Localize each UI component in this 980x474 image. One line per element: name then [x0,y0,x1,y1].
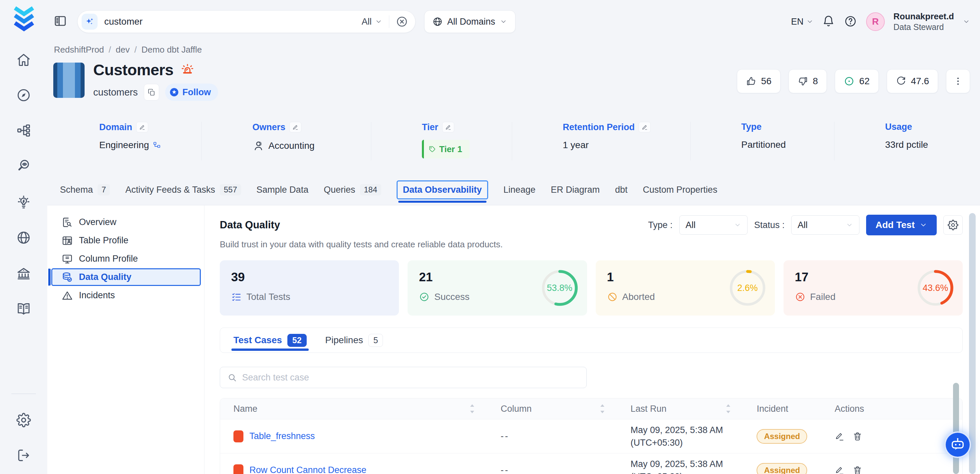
column-header-name[interactable]: Name [220,404,487,414]
upvote-button[interactable]: 56 [737,69,781,93]
follow-label: Follow [183,87,211,97]
topbar: All All Domains EN R Rounakpre [47,0,980,43]
observability-spyglass-icon[interactable] [16,158,32,174]
tier-badge[interactable]: Tier 1 [422,140,469,158]
subnav-item-column-profile[interactable]: Column Profile [51,250,201,268]
language-selector[interactable]: EN [791,17,813,27]
globe-icon [433,17,442,27]
downvote-button[interactable]: 8 [789,69,827,93]
add-test-button[interactable]: Add Test [866,215,937,235]
all-domains-button[interactable]: All Domains [424,10,515,33]
edit-test-icon[interactable] [834,431,845,441]
user-menu[interactable]: Rounakpreet.d Data Steward [893,11,954,32]
sort-icon[interactable] [469,404,475,414]
clear-search-icon[interactable] [396,16,408,28]
dq-settings-gear-icon[interactable] [943,215,963,235]
chatbot-button[interactable] [944,431,971,458]
table-header-row: Name Column Last Run Incident Actions [220,398,963,419]
last-run-value: May 09, 2025, 5:38 AM(UTC+05:30) [631,424,723,449]
test-case-search-input[interactable] [242,372,579,383]
app-screen: All All Domains EN R Rounakpre [0,0,980,474]
page-title: Customers [93,60,173,79]
edit-domain-icon[interactable] [136,122,148,132]
status-filter-select[interactable]: All [791,215,859,235]
test-name-link[interactable]: Row Count Cannot Decrease [250,465,366,474]
upvote-count: 56 [761,76,772,87]
edit-tier-icon[interactable] [442,122,454,132]
governance-bank-icon[interactable] [16,266,32,282]
logout-icon[interactable] [16,447,32,463]
search-input[interactable] [104,16,355,27]
failed-status-chip [234,464,243,474]
domain-value[interactable]: Engineering [99,140,149,151]
help-icon[interactable] [844,15,858,28]
breadcrumb-connection[interactable]: RedshiftProd [54,45,104,55]
more-actions-button[interactable] [946,69,970,93]
sort-icon[interactable] [600,404,605,414]
tab-schema[interactable]: Schema7 [60,184,110,196]
subnav-item-table-profile[interactable]: Table Profile [51,232,201,249]
user-avatar[interactable]: R [866,12,885,31]
freshness-button[interactable]: 47.6 [887,69,939,93]
column-header-last-run[interactable]: Last Run [617,404,744,414]
meta-label: Retention Period [563,122,635,132]
delete-test-icon[interactable] [853,465,862,474]
popularity-button[interactable]: 62 [835,69,878,93]
globe-icon[interactable] [16,230,32,246]
search-scope-dropdown[interactable]: All [362,17,382,27]
incident-status-badge[interactable]: Assigned [757,463,807,474]
meta-label: Domain [99,122,132,132]
lineage-icon[interactable] [16,122,32,138]
tab-activity-feeds[interactable]: Activity Feeds & Tasks557 [125,184,241,196]
failed-donut: 43.6% [917,269,954,307]
tab-lineage[interactable]: Lineage [503,185,535,195]
tab-sample-data[interactable]: Sample Data [256,185,309,195]
user-menu-chevron-icon[interactable] [963,18,970,25]
test-name-link[interactable]: Table_freshness [250,431,315,441]
tab-er-diagram[interactable]: ER Diagram [551,185,600,195]
insights-bulb-icon[interactable] [16,194,32,210]
tab-custom-properties[interactable]: Custom Properties [643,185,718,195]
incident-status-badge[interactable]: Assigned [757,429,807,444]
owners-value[interactable]: Accounting [268,140,315,151]
tab-dbt[interactable]: dbt [615,185,628,195]
subnav-item-data-quality[interactable]: Data Quality [51,268,201,286]
subnav-label: Incidents [79,290,115,301]
inner-scrollbar-thumb[interactable] [953,383,959,474]
home-icon[interactable] [16,52,32,68]
ai-sparkle-icon[interactable] [81,14,97,30]
column-header-column[interactable]: Column [487,404,617,414]
page-scrollbar-thumb[interactable] [969,213,976,474]
edit-test-icon[interactable] [834,465,845,474]
type-value: Partitioned [741,140,786,150]
discover-compass-icon[interactable] [16,87,32,103]
atlan-logo-icon[interactable] [12,6,36,33]
kebab-menu-icon [953,76,963,87]
global-search[interactable]: All [77,10,415,33]
delete-test-icon[interactable] [853,431,862,441]
breadcrumb-database[interactable]: dev [116,45,130,55]
sort-icon[interactable] [725,404,731,414]
announcement-alarm-icon[interactable] [180,62,195,77]
type-filter-select[interactable]: All [679,215,748,235]
breadcrumb-schema[interactable]: Demo dbt Jaffle [142,45,202,55]
sidebar-toggle-icon[interactable] [53,14,68,29]
tab-data-observability[interactable]: Data Observability [396,180,488,199]
subnav-item-incidents[interactable]: Incidents [51,286,201,304]
circle-dot-icon [844,76,854,87]
tab-pipelines[interactable]: Pipelines 5 [325,328,383,353]
glossary-book-icon[interactable] [16,301,32,317]
tab-test-cases[interactable]: Test Cases 52 [234,328,307,353]
tab-queries[interactable]: Queries184 [324,184,381,196]
settings-gear-icon[interactable] [16,412,32,428]
edit-owners-icon[interactable] [290,122,301,132]
copy-name-icon[interactable] [144,84,159,100]
subnav-item-overview[interactable]: Overview [51,213,201,231]
tab-badge: 184 [360,184,381,196]
edit-retention-icon[interactable] [639,122,651,132]
test-case-search[interactable] [220,367,587,388]
follow-button[interactable]: Follow [165,84,218,101]
warning-triangle-icon [62,290,73,301]
card-aborted: 1 Aborted 2.6% [596,260,775,316]
notifications-bell-icon[interactable] [822,15,835,28]
